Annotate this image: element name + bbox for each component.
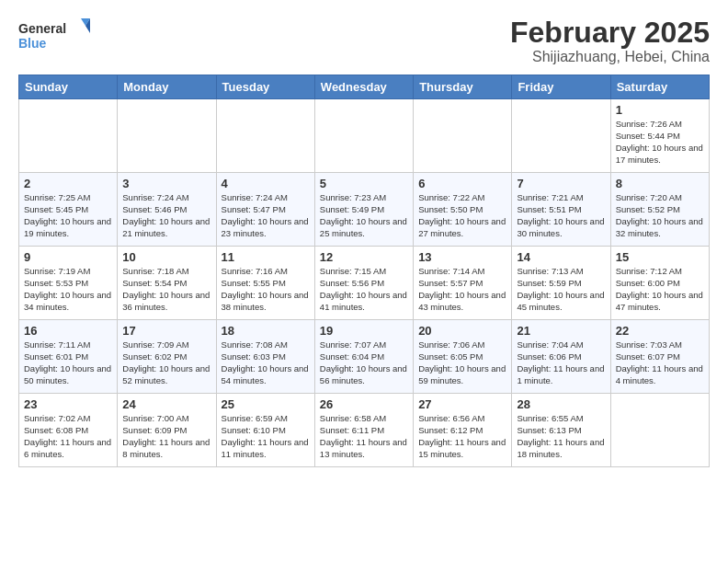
calendar-cell: 28Sunrise: 6:55 AM Sunset: 6:13 PM Dayli… — [512, 394, 610, 467]
day-info: Sunrise: 7:09 AM Sunset: 6:02 PM Dayligh… — [122, 339, 210, 386]
day-info: Sunrise: 7:08 AM Sunset: 6:03 PM Dayligh… — [222, 339, 310, 386]
calendar-week-2: 9Sunrise: 7:19 AM Sunset: 5:53 PM Daylig… — [19, 247, 710, 320]
day-number: 16 — [24, 324, 112, 338]
day-number: 7 — [517, 177, 605, 190]
day-number: 2 — [24, 177, 112, 190]
calendar-cell: 27Sunrise: 6:56 AM Sunset: 6:12 PM Dayli… — [414, 394, 512, 467]
col-friday: Friday — [512, 75, 610, 99]
day-number: 23 — [24, 397, 112, 411]
calendar-cell: 9Sunrise: 7:19 AM Sunset: 5:53 PM Daylig… — [19, 247, 118, 320]
header: General Blue February 2025 Shijiazhuang,… — [18, 17, 710, 65]
day-number: 24 — [122, 397, 210, 411]
day-number: 18 — [222, 324, 310, 338]
day-number: 20 — [418, 324, 506, 338]
calendar-cell: 2Sunrise: 7:25 AM Sunset: 5:45 PM Daylig… — [19, 173, 118, 247]
calendar-week-4: 23Sunrise: 7:02 AM Sunset: 6:08 PM Dayli… — [19, 394, 710, 467]
day-info: Sunrise: 7:24 AM Sunset: 5:47 PM Dayligh… — [222, 192, 310, 239]
day-info: Sunrise: 7:20 AM Sunset: 5:52 PM Dayligh… — [616, 192, 704, 239]
calendar-cell: 20Sunrise: 7:06 AM Sunset: 6:05 PM Dayli… — [414, 320, 512, 394]
title-block: February 2025 Shijiazhuang, Hebei, China — [510, 17, 710, 65]
logo-svg: General Blue — [18, 17, 92, 53]
calendar-cell: 14Sunrise: 7:13 AM Sunset: 5:59 PM Dayli… — [512, 247, 610, 320]
calendar-cell: 23Sunrise: 7:02 AM Sunset: 6:08 PM Dayli… — [19, 394, 118, 467]
day-number: 21 — [517, 324, 605, 338]
calendar-week-1: 2Sunrise: 7:25 AM Sunset: 5:45 PM Daylig… — [19, 173, 710, 247]
calendar-cell: 19Sunrise: 7:07 AM Sunset: 6:04 PM Dayli… — [314, 320, 413, 394]
col-thursday: Thursday — [414, 75, 512, 99]
calendar-cell: 18Sunrise: 7:08 AM Sunset: 6:03 PM Dayli… — [216, 320, 314, 394]
col-wednesday: Wednesday — [314, 75, 413, 99]
day-number: 26 — [320, 397, 408, 411]
calendar-week-3: 16Sunrise: 7:11 AM Sunset: 6:01 PM Dayli… — [19, 320, 710, 394]
day-number: 12 — [320, 250, 408, 264]
day-info: Sunrise: 6:56 AM Sunset: 6:12 PM Dayligh… — [418, 413, 506, 460]
calendar-header-row: Sunday Monday Tuesday Wednesday Thursday… — [19, 75, 710, 99]
calendar-cell: 6Sunrise: 7:22 AM Sunset: 5:50 PM Daylig… — [414, 173, 512, 247]
day-info: Sunrise: 7:24 AM Sunset: 5:46 PM Dayligh… — [122, 192, 210, 239]
day-info: Sunrise: 7:19 AM Sunset: 5:53 PM Dayligh… — [24, 266, 112, 313]
day-info: Sunrise: 7:25 AM Sunset: 5:45 PM Dayligh… — [24, 192, 112, 239]
day-info: Sunrise: 7:04 AM Sunset: 6:06 PM Dayligh… — [517, 339, 605, 386]
day-info: Sunrise: 7:16 AM Sunset: 5:55 PM Dayligh… — [222, 266, 310, 313]
location: Shijiazhuang, Hebei, China — [510, 49, 710, 65]
day-number: 28 — [517, 397, 605, 411]
day-info: Sunrise: 7:21 AM Sunset: 5:51 PM Dayligh… — [517, 192, 605, 239]
day-number: 6 — [418, 177, 506, 190]
day-number: 14 — [517, 250, 605, 264]
day-info: Sunrise: 7:22 AM Sunset: 5:50 PM Dayligh… — [418, 192, 506, 239]
day-info: Sunrise: 7:06 AM Sunset: 6:05 PM Dayligh… — [418, 339, 506, 386]
day-number: 10 — [122, 250, 210, 264]
calendar-table: Sunday Monday Tuesday Wednesday Thursday… — [18, 75, 710, 467]
day-number: 22 — [616, 324, 704, 338]
calendar-cell — [610, 394, 709, 467]
day-number: 5 — [320, 177, 408, 190]
calendar-cell: 5Sunrise: 7:23 AM Sunset: 5:49 PM Daylig… — [314, 173, 413, 247]
calendar-cell: 17Sunrise: 7:09 AM Sunset: 6:02 PM Dayli… — [118, 320, 216, 394]
calendar-cell: 4Sunrise: 7:24 AM Sunset: 5:47 PM Daylig… — [216, 173, 314, 247]
day-info: Sunrise: 7:12 AM Sunset: 6:00 PM Dayligh… — [616, 266, 704, 313]
day-number: 1 — [616, 103, 704, 117]
calendar-cell: 11Sunrise: 7:16 AM Sunset: 5:55 PM Dayli… — [216, 247, 314, 320]
col-tuesday: Tuesday — [216, 75, 314, 99]
svg-text:Blue: Blue — [18, 36, 47, 51]
day-number: 27 — [418, 397, 506, 411]
calendar-cell — [314, 99, 413, 173]
calendar-cell: 16Sunrise: 7:11 AM Sunset: 6:01 PM Dayli… — [19, 320, 118, 394]
day-info: Sunrise: 7:23 AM Sunset: 5:49 PM Dayligh… — [320, 192, 408, 239]
calendar-cell: 3Sunrise: 7:24 AM Sunset: 5:46 PM Daylig… — [118, 173, 216, 247]
calendar-cell: 10Sunrise: 7:18 AM Sunset: 5:54 PM Dayli… — [118, 247, 216, 320]
day-number: 11 — [222, 250, 310, 264]
day-number: 9 — [24, 250, 112, 264]
page-container: General Blue February 2025 Shijiazhuang,… — [0, 0, 728, 477]
day-info: Sunrise: 6:59 AM Sunset: 6:10 PM Dayligh… — [222, 413, 310, 460]
day-number: 25 — [222, 397, 310, 411]
calendar-cell — [216, 99, 314, 173]
day-info: Sunrise: 7:18 AM Sunset: 5:54 PM Dayligh… — [122, 266, 210, 313]
calendar-cell: 15Sunrise: 7:12 AM Sunset: 6:00 PM Dayli… — [610, 247, 709, 320]
day-number: 4 — [222, 177, 310, 190]
day-info: Sunrise: 7:03 AM Sunset: 6:07 PM Dayligh… — [616, 339, 704, 386]
day-info: Sunrise: 7:00 AM Sunset: 6:09 PM Dayligh… — [122, 413, 210, 460]
day-info: Sunrise: 7:26 AM Sunset: 5:44 PM Dayligh… — [616, 119, 704, 166]
calendar-cell: 8Sunrise: 7:20 AM Sunset: 5:52 PM Daylig… — [610, 173, 709, 247]
day-number: 13 — [418, 250, 506, 264]
day-number: 19 — [320, 324, 408, 338]
calendar-cell — [19, 99, 118, 173]
day-info: Sunrise: 7:15 AM Sunset: 5:56 PM Dayligh… — [320, 266, 408, 313]
day-number: 17 — [122, 324, 210, 338]
day-info: Sunrise: 7:02 AM Sunset: 6:08 PM Dayligh… — [24, 413, 112, 460]
svg-text:General: General — [18, 21, 66, 36]
calendar-cell: 1Sunrise: 7:26 AM Sunset: 5:44 PM Daylig… — [610, 99, 709, 173]
calendar-cell: 7Sunrise: 7:21 AM Sunset: 5:51 PM Daylig… — [512, 173, 610, 247]
day-info: Sunrise: 7:07 AM Sunset: 6:04 PM Dayligh… — [320, 339, 408, 386]
calendar-cell — [414, 99, 512, 173]
day-info: Sunrise: 7:11 AM Sunset: 6:01 PM Dayligh… — [24, 339, 112, 386]
calendar-cell: 24Sunrise: 7:00 AM Sunset: 6:09 PM Dayli… — [118, 394, 216, 467]
month-title: February 2025 — [510, 17, 710, 49]
calendar-cell — [512, 99, 610, 173]
day-info: Sunrise: 7:14 AM Sunset: 5:57 PM Dayligh… — [418, 266, 506, 313]
calendar-week-0: 1Sunrise: 7:26 AM Sunset: 5:44 PM Daylig… — [19, 99, 710, 173]
day-number: 8 — [616, 177, 704, 190]
calendar-cell — [118, 99, 216, 173]
calendar-cell: 25Sunrise: 6:59 AM Sunset: 6:10 PM Dayli… — [216, 394, 314, 467]
